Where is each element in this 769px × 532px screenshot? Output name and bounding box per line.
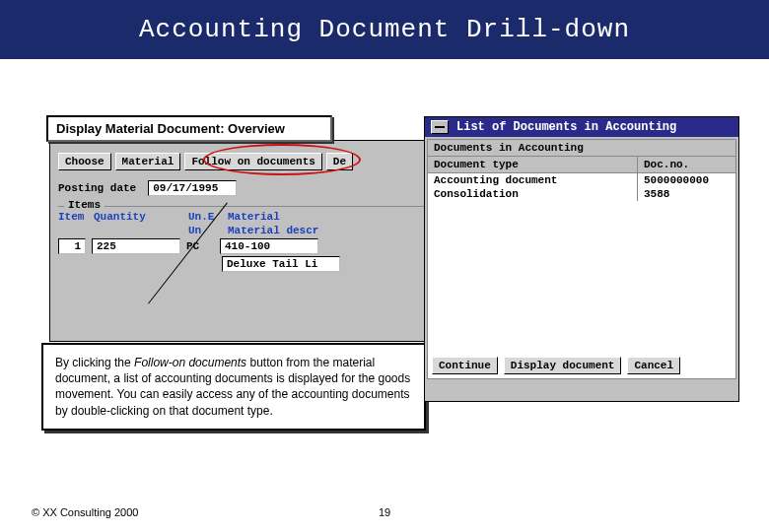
- slide-title-bar: Accounting Document Drill-down: [0, 0, 769, 59]
- explanation-box: By clicking the Follow-on documents butt…: [41, 343, 426, 431]
- cancel-button[interactable]: Cancel: [627, 357, 680, 374]
- posting-date-field[interactable]: 09/17/1995: [148, 180, 237, 196]
- sap-window: Display Material Document: Overview Choo…: [49, 140, 444, 342]
- follow-on-documents-button[interactable]: Follow on documents: [184, 153, 321, 170]
- accounting-list-body: Documents in Accounting Document type Do…: [427, 139, 736, 379]
- material-descr-field[interactable]: Deluxe Tail Li: [222, 256, 340, 272]
- accounting-list-section: Documents in Accounting: [428, 140, 735, 157]
- row-doc-no: 3588: [637, 187, 735, 201]
- page-number: 19: [379, 506, 390, 518]
- slide-footer: © XX Consulting 2000: [32, 506, 138, 518]
- display-document-button[interactable]: Display document: [504, 357, 622, 374]
- row-doc-type: Consolidation: [428, 187, 637, 201]
- system-menu-icon[interactable]: [431, 120, 449, 134]
- accounting-list-title: List of Documents in Accounting: [456, 120, 676, 134]
- material-field[interactable]: 410-100: [220, 238, 318, 254]
- posting-date-label: Posting date: [58, 182, 136, 194]
- col-item: Item: [58, 211, 88, 223]
- choose-button[interactable]: Choose: [58, 153, 111, 170]
- row-doc-type: Accounting document: [428, 173, 637, 187]
- explanation-emph: Follow-on documents: [134, 356, 246, 369]
- continue-button[interactable]: Continue: [432, 357, 498, 374]
- list-item[interactable]: Consolidation 3588: [428, 187, 735, 201]
- accounting-list-titlebar: List of Documents in Accounting: [425, 117, 738, 137]
- details-button[interactable]: De: [326, 153, 353, 170]
- col-material: Material: [228, 211, 280, 223]
- quantity-field[interactable]: 225: [92, 238, 180, 254]
- items-group-label: Items: [64, 199, 105, 211]
- sap-window-title: Display Material Document: Overview: [46, 115, 332, 142]
- row-doc-no: 5000000000: [637, 173, 735, 187]
- slide-title: Accounting Document Drill-down: [139, 15, 630, 44]
- col-material-descr: Material descr: [228, 225, 318, 236]
- accounting-list-window: List of Documents in Accounting Document…: [424, 116, 739, 402]
- col-quantity: Quantity: [94, 211, 182, 223]
- list-item[interactable]: Accounting document 5000000000: [428, 173, 735, 187]
- accounting-list-columns: Document type Doc.no.: [428, 157, 735, 173]
- col-document-type: Document type: [428, 157, 637, 172]
- posting-row: Posting date 09/17/1995: [58, 180, 237, 196]
- accounting-list-footer: Continue Display document Cancel: [432, 357, 732, 374]
- explanation-pre: By clicking the: [55, 356, 134, 369]
- item-number-field[interactable]: 1: [58, 238, 86, 254]
- slide-body: Display Material Document: Overview Choo…: [0, 59, 769, 532]
- sap-toolbar: Choose Material Follow on documents De: [58, 153, 353, 170]
- col-doc-no: Doc.no.: [637, 157, 735, 172]
- material-button[interactable]: Material: [115, 153, 181, 170]
- items-frame: Items Item Quantity Un.E Material Un Mat…: [58, 206, 437, 272]
